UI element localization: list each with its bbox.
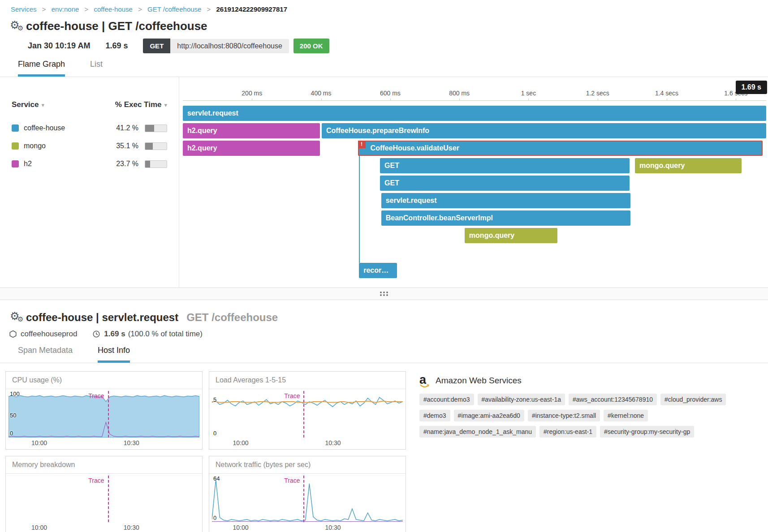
aws-heading: Amazon Web Services: [436, 376, 522, 386]
flame-span[interactable]: h2.query: [183, 123, 320, 138]
axis-tick: [598, 99, 598, 101]
total-duration-badge: 1.69 s: [736, 81, 767, 94]
flame-span[interactable]: GET: [380, 158, 630, 173]
service-color-swatch: [12, 124, 19, 132]
flame-span-label: h2.query: [183, 123, 320, 138]
clock-icon: [92, 330, 100, 338]
breadcrumb-link-env[interactable]: env:none: [52, 5, 79, 13]
flame-span-label: CoffeeHouse.prepareBrewInfo: [322, 123, 766, 138]
axis-tick-label: 200 ms: [242, 90, 262, 97]
service-color-swatch: [12, 142, 19, 150]
services-rows: coffee-house 41.2 % mongo 35.1 % h2 23.7…: [12, 119, 167, 173]
chart-title: Load Averages 1-5-15: [209, 372, 406, 389]
host-name: coffeehouseprod: [21, 330, 77, 339]
y-axis-label: 100: [10, 390, 20, 397]
flame-span-label: h2.query: [183, 141, 320, 156]
hexagon-host-icon: [9, 330, 17, 338]
trace-marker-label: Trace: [284, 477, 300, 484]
breadcrumb-link-service[interactable]: coffee-house: [94, 5, 132, 13]
services-table-header: Service▾ % Exec Time▾: [12, 100, 167, 109]
chart-x-axis: 10:0010:30: [6, 522, 202, 532]
drag-handle-icon[interactable]: [380, 292, 382, 293]
breadcrumb-trace-id: 2619124222909927817: [216, 5, 288, 13]
trace-tabs: Flame Graph List: [0, 60, 768, 77]
flame-span-label: servlet.request: [183, 106, 766, 121]
load-averages-chart[interactable]: 50Trace: [212, 391, 403, 438]
axis-tick-label: 800 ms: [449, 90, 470, 97]
trace-marker-label: Trace: [88, 477, 104, 484]
flame-span[interactable]: CoffeeHouse.prepareBrewInfo: [322, 123, 766, 138]
flame-span-label: CoffeeHouse.validateUser: [359, 142, 762, 155]
column-service[interactable]: Service▾: [12, 100, 44, 109]
flame-span[interactable]: BeanController.beanServerImpl: [381, 210, 630, 226]
axis-tick-label: 600 ms: [380, 90, 401, 97]
aws-section: a Amazon Web Services #account:demo3#ava…: [412, 371, 763, 532]
tab-list[interactable]: List: [90, 60, 103, 77]
breadcrumb: Services > env:none > coffee-house > GET…: [0, 0, 768, 13]
tab-host-info[interactable]: Host Info: [98, 346, 130, 363]
host-info-content: CPU usage (%) 100500Trace 10:0010:30 Mem…: [0, 363, 768, 532]
breadcrumb-link-resource[interactable]: GET /coffeehouse: [147, 5, 201, 13]
tab-span-metadata[interactable]: Span Metadata: [18, 346, 73, 363]
settings-gears-icon: ⚙⚙: [9, 311, 26, 324]
flame-span[interactable]: mongo.query: [465, 228, 557, 243]
flame-span-label: GET: [380, 176, 630, 191]
trace-marker-line: [108, 391, 109, 438]
pane-resize-divider[interactable]: [0, 287, 768, 300]
y-axis-label: 50: [10, 412, 16, 419]
flame-span-label: mongo.query: [465, 228, 557, 243]
network-traffic-chart[interactable]: 640Trace: [212, 476, 403, 522]
flame-graph-area: 200 ms400 ms600 ms800 ms1 sec1.2 secs1.4…: [179, 77, 768, 287]
host-tag[interactable]: #name:java_demo_node_1_ask_manu: [419, 426, 536, 438]
memory-breakdown-chart[interactable]: Trace: [9, 476, 199, 522]
host-tag[interactable]: #security-group:my-security-gp: [600, 426, 694, 438]
exec-time-bar: [145, 124, 167, 132]
tab-flame-graph[interactable]: Flame Graph: [18, 60, 65, 77]
axis-tick: [321, 99, 322, 101]
flame-span-label: servlet.request: [381, 193, 630, 208]
axis-tick: [252, 99, 252, 101]
host-tag[interactable]: #kernel:none: [604, 410, 648, 421]
trace-marker-line: [303, 476, 304, 522]
host-tag[interactable]: #aws_account:12345678910: [569, 394, 657, 405]
y-axis-label: 64: [213, 475, 220, 482]
host-tag[interactable]: #instance-type:t2.small: [528, 410, 600, 421]
service-row-coffee-house[interactable]: coffee-house 41.2 %: [12, 119, 167, 137]
span-endpoint: GET /coffeehouse: [186, 311, 278, 324]
chart-panel-memory: Memory breakdown Trace 10:0010:30: [5, 456, 203, 532]
host-tag[interactable]: #image:ami-aa2ea6d0: [454, 410, 524, 421]
trace-header: ⚙⚙ coffee-house | GET /coffeehouse: [9, 19, 768, 33]
host-tag[interactable]: #demo3: [419, 410, 450, 421]
settings-gears-icon: ⚙⚙: [9, 20, 26, 33]
flame-span[interactable]: recor…: [359, 263, 397, 278]
flame-span[interactable]: servlet.request: [381, 193, 630, 208]
services-panel: Service▾ % Exec Time▾ coffee-house 41.2 …: [0, 77, 179, 287]
host-tag[interactable]: #account:demo3: [419, 394, 474, 405]
aws-heading-row: a Amazon Web Services: [419, 374, 758, 387]
cpu-usage-chart[interactable]: 100500Trace: [9, 391, 199, 438]
x-axis-label: 10:30: [325, 524, 341, 531]
service-exec-pct: 35.1 %: [111, 142, 138, 150]
host-tag[interactable]: #cloud_provider:aws: [660, 394, 726, 405]
column-exec-time[interactable]: % Exec Time▾: [115, 100, 167, 109]
x-axis-label: 10:30: [124, 524, 139, 531]
flame-span[interactable]: !CoffeeHouse.validateUser: [358, 141, 763, 156]
flame-span[interactable]: mongo.query: [635, 158, 742, 173]
apm-trace-page: Services > env:none > coffee-house > GET…: [0, 0, 768, 532]
chart-column-left: CPU usage (%) 100500Trace 10:0010:30 Mem…: [5, 371, 203, 532]
service-row-h2[interactable]: h2 23.7 %: [12, 155, 167, 173]
flame-span-label: BeanController.beanServerImpl: [381, 210, 630, 226]
host-tag[interactable]: #availability-zone:us-east-1a: [478, 394, 565, 405]
breadcrumb-link-services[interactable]: Services: [11, 5, 37, 13]
flame-section: Service▾ % Exec Time▾ coffee-house 41.2 …: [0, 77, 768, 287]
service-row-mongo[interactable]: mongo 35.1 %: [12, 137, 167, 155]
flame-span[interactable]: servlet.request: [183, 106, 766, 121]
aws-tags: #account:demo3#availability-zone:us-east…: [419, 394, 758, 442]
flame-span[interactable]: GET: [380, 176, 630, 191]
span-duration: 1.69 s: [104, 330, 125, 339]
y-axis-label: 5: [213, 396, 216, 403]
host-tag[interactable]: #region:us-east-1: [539, 426, 596, 438]
flame-span[interactable]: h2.query: [183, 141, 320, 156]
trace-marker-label: Trace: [284, 392, 300, 399]
service-exec-pct: 41.2 %: [111, 124, 138, 132]
